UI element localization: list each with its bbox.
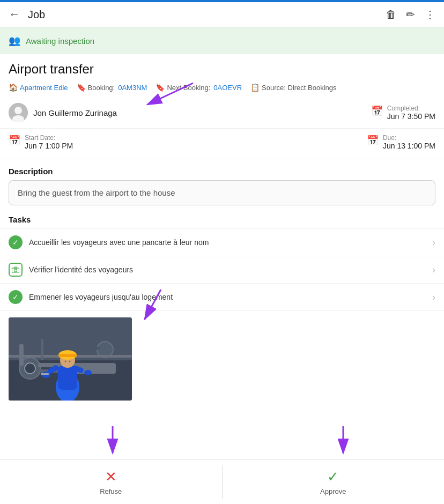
task-text: Vérifier l'identité des voyageurs — [29, 265, 426, 274]
property-icon: 🏠 — [9, 83, 18, 92]
svg-point-28 — [69, 361, 71, 362]
meta-next-booking: 🔖 Next Booking: 0AOEVR — [156, 83, 242, 92]
completed-date-icon: 📅 — [371, 105, 383, 117]
meta-source: 📋 Source: Direct Bookings — [250, 83, 336, 92]
svg-rect-3 — [12, 268, 19, 273]
task-chevron-icon: › — [432, 237, 435, 248]
job-image[interactable] — [9, 317, 132, 401]
status-text: Awaiting inspection — [26, 36, 94, 46]
svg-rect-19 — [62, 347, 100, 350]
refuse-label: Refuse — [100, 487, 122, 495]
booking-id[interactable]: 0AM3NM — [118, 84, 147, 92]
task-camera-icon — [9, 263, 23, 277]
next-booking-id[interactable]: 0AOEVR — [213, 84, 242, 92]
trash-icon[interactable]: 🗑 — [386, 9, 396, 21]
assignee-row: Jon Guillermo Zurinaga 📅 Completed: Jun … — [0, 97, 444, 129]
meta-row: 🏠 Apartment Edie 🔖 Booking: 0AM3NM 🔖 Nex… — [0, 81, 444, 97]
task-item[interactable]: ✓ Accueillir les voyageurs avec une panc… — [0, 228, 444, 256]
due-date: 📅 Due: Jun 13 1:00 PM — [367, 131, 435, 153]
due-date-value: Jun 13 1:00 PM — [383, 142, 435, 150]
completed-label: Completed: — [387, 105, 435, 112]
header-left: ← Job — [9, 8, 45, 21]
job-title: Airport transfer — [0, 54, 444, 81]
tasks-section: Tasks ✓ Accueillir les voyageurs avec un… — [0, 213, 444, 311]
completed-date-info: Completed: Jun 7 3:50 PM — [387, 105, 435, 121]
task-chevron-icon: › — [432, 292, 435, 303]
dates-row: 📅 Start Date: Jun 7 1:00 PM 📅 Due: Jun 1… — [0, 129, 444, 159]
start-date: 📅 Start Date: Jun 7 1:00 PM — [9, 131, 73, 153]
more-icon[interactable]: ⋮ — [425, 8, 435, 21]
svg-rect-18 — [41, 339, 43, 360]
svg-point-27 — [65, 361, 66, 362]
due-date-label: Due: — [383, 134, 435, 142]
svg-point-1 — [14, 107, 22, 114]
svg-point-4 — [14, 269, 17, 272]
refuse-button[interactable]: ✕ Refuse — [0, 460, 222, 504]
meta-booking: 🔖 Booking: 0AM3NM — [77, 83, 147, 92]
image-section — [0, 311, 444, 407]
tasks-section-label: Tasks — [0, 213, 444, 228]
header-right: 🗑 ✏ ⋮ — [386, 8, 435, 21]
task-text: Emmener les voyageurs jusqu'au logement — [29, 293, 426, 301]
task-check-icon: ✓ — [9, 290, 23, 304]
completed-date: 📅 Completed: Jun 7 3:50 PM — [371, 101, 435, 124]
svg-rect-31 — [41, 373, 49, 375]
booking-label: Booking: — [88, 84, 115, 92]
task-item[interactable]: ✓ Emmener les voyageurs jusqu'au logemen… — [0, 283, 444, 311]
completed-value: Jun 7 3:50 PM — [387, 112, 435, 121]
start-date-info: Start Date: Jun 7 1:00 PM — [25, 134, 73, 150]
approve-icon: ✓ — [327, 469, 339, 485]
property-link[interactable]: Apartment Edie — [20, 84, 68, 92]
source-icon: 📋 — [250, 83, 260, 92]
due-date-icon: 📅 — [367, 135, 379, 146]
approve-button[interactable]: ✓ Approve — [223, 460, 445, 504]
task-check-icon: ✓ — [9, 235, 23, 249]
booking-icon: 🔖 — [77, 83, 86, 92]
action-bar: ✕ Refuse ✓ Approve — [0, 459, 444, 504]
due-date-info: Due: Jun 13 1:00 PM — [383, 134, 435, 150]
svg-rect-26 — [58, 354, 77, 357]
header: ← Job 🗑 ✏ ⋮ — [0, 2, 444, 27]
next-booking-label: Next Booking: — [167, 84, 210, 92]
source-label: Source: Direct Bookings — [262, 84, 336, 92]
edit-icon[interactable]: ✏ — [406, 8, 415, 21]
svg-rect-16 — [25, 342, 27, 352]
next-booking-icon: 🔖 — [156, 83, 165, 92]
back-button[interactable]: ← — [9, 8, 20, 21]
start-date-value: Jun 7 1:00 PM — [25, 142, 73, 150]
description-text: Bring the guest from the airport to the … — [9, 180, 435, 205]
svg-point-9 — [25, 363, 35, 374]
start-date-icon: 📅 — [9, 135, 20, 146]
meta-property: 🏠 Apartment Edie — [9, 83, 68, 92]
status-people-icon: 👥 — [9, 35, 20, 47]
svg-point-30 — [84, 370, 92, 375]
task-item[interactable]: Vérifier l'identité des voyageurs › — [0, 256, 444, 283]
assignee-name: Jon Guillermo Zurinaga — [33, 108, 117, 117]
avatar — [9, 103, 28, 122]
refuse-icon: ✕ — [105, 469, 117, 485]
task-text: Accueillir les voyageurs avec une pancar… — [29, 238, 426, 247]
status-banner: 👥 Awaiting inspection — [0, 27, 444, 54]
page-title: Job — [28, 9, 45, 21]
description-section-label: Description — [0, 159, 444, 180]
approve-label: Approve — [320, 487, 346, 495]
task-chevron-icon: › — [432, 264, 435, 276]
start-date-label: Start Date: — [25, 134, 73, 142]
